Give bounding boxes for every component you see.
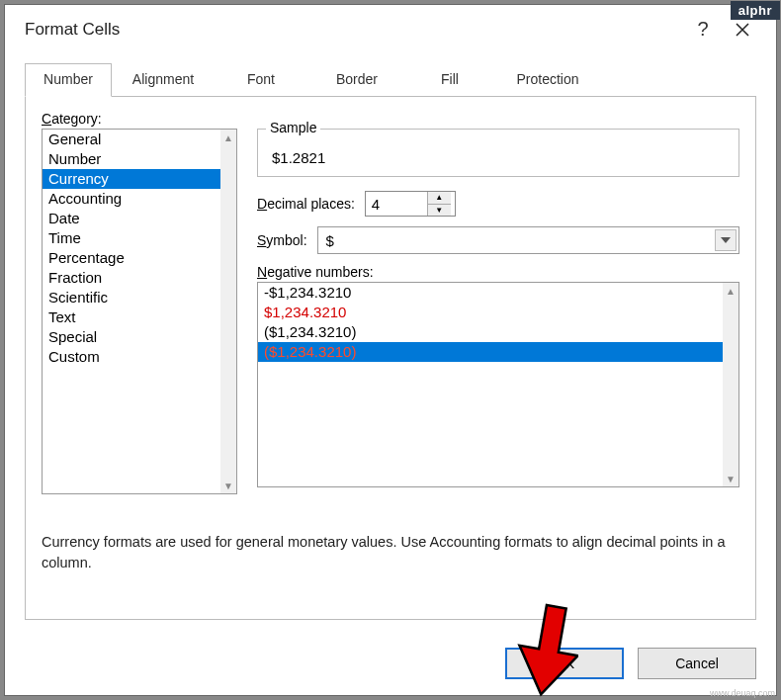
ok-button[interactable]: OK — [505, 648, 624, 679]
category-item[interactable]: Custom — [43, 347, 220, 367]
category-item[interactable]: Time — [43, 228, 220, 248]
tab-protection[interactable]: Protection — [493, 63, 602, 97]
format-description: Currency formats are used for general mo… — [42, 532, 739, 573]
negative-format-item[interactable]: -$1,234.3210 — [258, 283, 723, 303]
category-item[interactable]: Number — [43, 149, 220, 169]
help-button[interactable]: ? — [683, 18, 723, 41]
scroll-up-icon[interactable]: ▲ — [723, 283, 738, 299]
negative-numbers-label: Negative numbers: — [257, 264, 730, 280]
watermark: www.deuaq.com — [710, 688, 775, 698]
tab-strip: NumberAlignmentFontBorderFillProtection — [25, 62, 756, 96]
scrollbar[interactable]: ▲ ▼ — [723, 283, 738, 486]
sample-value: $1.2821 — [270, 145, 727, 166]
negative-format-item[interactable]: ($1,234.3210) — [258, 342, 723, 362]
spinner-down-icon[interactable]: ▼ — [428, 205, 451, 217]
category-item[interactable]: Special — [43, 327, 220, 347]
symbol-value: $ — [326, 232, 334, 249]
brand-badge: alphr — [731, 1, 780, 20]
tab-border[interactable]: Border — [307, 63, 406, 97]
category-item[interactable]: Currency — [43, 169, 220, 189]
decimal-places-label: Decimal places: — [257, 196, 355, 212]
tab-panel-number: Category: GeneralNumberCurrencyAccountin… — [25, 96, 756, 620]
decimal-places-input[interactable] — [366, 192, 427, 216]
category-item[interactable]: Text — [43, 307, 220, 327]
symbol-label: Symbol: — [257, 232, 307, 248]
category-item[interactable]: Accounting — [43, 189, 220, 209]
category-listbox[interactable]: GeneralNumberCurrencyAccountingDateTimeP… — [42, 129, 237, 494]
category-label: Category: — [42, 111, 739, 127]
negative-numbers-listbox[interactable]: -$1,234.3210$1,234.3210($1,234.3210)($1,… — [257, 282, 739, 487]
category-item[interactable]: General — [43, 130, 220, 149]
category-item[interactable]: Date — [43, 209, 220, 228]
scroll-down-icon[interactable]: ▼ — [723, 471, 738, 486]
symbol-select[interactable]: $ — [317, 226, 739, 254]
chevron-down-icon[interactable] — [715, 229, 737, 251]
close-icon — [735, 22, 750, 38]
category-item[interactable]: Percentage — [43, 248, 220, 268]
tab-number[interactable]: Number — [25, 63, 112, 97]
scroll-up-icon[interactable]: ▲ — [220, 130, 236, 145]
tab-alignment[interactable]: Alignment — [112, 63, 215, 97]
sample-label: Sample — [266, 120, 320, 135]
negative-format-item[interactable]: $1,234.3210 — [258, 303, 723, 322]
window-title: Format Cells — [25, 20, 683, 40]
tab-font[interactable]: Font — [215, 63, 307, 97]
scrollbar[interactable]: ▲ ▼ — [220, 130, 236, 493]
sample-group: Sample $1.2821 — [257, 129, 739, 177]
format-cells-dialog: alphr Format Cells ? NumberAlignmentFont… — [4, 4, 777, 696]
cancel-button[interactable]: Cancel — [638, 648, 756, 679]
decimal-places-spinner[interactable]: ▲ ▼ — [365, 191, 456, 217]
titlebar: Format Cells ? — [5, 5, 776, 54]
category-item[interactable]: Fraction — [43, 268, 220, 288]
negative-format-item[interactable]: ($1,234.3210) — [258, 322, 723, 342]
category-item[interactable]: Scientific — [43, 288, 220, 307]
scroll-down-icon[interactable]: ▼ — [220, 478, 236, 493]
spinner-up-icon[interactable]: ▲ — [428, 192, 451, 205]
tab-fill[interactable]: Fill — [406, 63, 493, 97]
